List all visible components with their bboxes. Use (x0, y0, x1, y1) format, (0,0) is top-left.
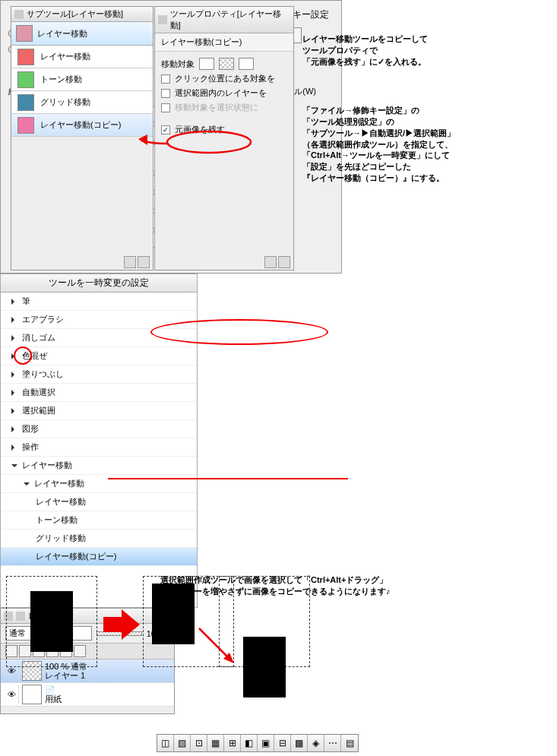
tree-item-label: トーン移動 (36, 514, 78, 526)
tree-item[interactable]: レイヤー移動 (1, 457, 197, 475)
delete-subtool-icon[interactable] (138, 256, 150, 268)
subtool-item-grid-move[interactable]: グリッド移動 (11, 91, 153, 114)
target-option-2-icon[interactable] (219, 58, 234, 70)
tree-panel-title: ツールを一時変更の設定 (1, 274, 197, 293)
tree-item[interactable]: 操作 (1, 438, 197, 457)
tree-item-label: エアブラシ (22, 314, 64, 325)
tree-item[interactable]: 消しゴム (1, 329, 197, 347)
tree-item-label: レイヤー移動 (36, 496, 86, 508)
selection-tool-button[interactable]: ▦ (207, 735, 224, 751)
tree-item[interactable]: 筆 (1, 293, 197, 311)
tree-item-label: レイヤー移動(コピー) (36, 551, 116, 562)
tree-item[interactable]: トーン移動 (1, 511, 197, 530)
selection-tool-button[interactable]: ▤ (341, 735, 358, 751)
subtool-item-tone-move[interactable]: トーン移動 (11, 68, 153, 91)
chevron-right-icon[interactable] (11, 443, 19, 452)
layer-move-copy-subtool-icon (17, 117, 34, 134)
chevron-right-icon[interactable] (11, 334, 19, 343)
appendix-illustration (6, 576, 310, 720)
subtool-item-label: トーン移動 (40, 74, 82, 85)
tone-move-subtool-icon (17, 71, 34, 88)
layer-move-icon (16, 25, 33, 42)
tree-item-label: レイヤー移動 (22, 460, 72, 471)
tree-item-label: 色混ぜ (22, 350, 47, 362)
chevron-right-icon[interactable] (11, 406, 19, 416)
tree-item[interactable]: 塗りつぶし (1, 365, 197, 384)
tree-item-label: 自動選択 (22, 387, 55, 398)
selection-tool-button[interactable]: ▣ (258, 735, 274, 751)
chevron-right-icon[interactable] (11, 425, 19, 434)
checkbox-icon[interactable] (161, 74, 170, 84)
selection-tool-button[interactable]: ◧ (241, 735, 258, 751)
annotation-1: レイヤー移動ツールをコピーして ツールプロパティで 「元画像を残す」に✓を入れる… (302, 33, 428, 68)
move-target-row: 移動対象 (161, 56, 287, 71)
tree-item[interactable]: 色混ぜ (1, 347, 197, 365)
subtool-group-tab[interactable]: レイヤー移動 (11, 22, 153, 46)
selection-tool-button[interactable]: ⋯ (324, 735, 341, 751)
tree-item-label: 選択範囲 (22, 405, 55, 416)
selection-tool-button[interactable]: ⊟ (274, 735, 291, 751)
subtool-footer (124, 256, 150, 268)
tree-item-label: 消しゴム (22, 332, 55, 343)
opt-keep-original[interactable]: ✓ 元画像を残す (161, 122, 287, 137)
tree-body[interactable]: 筆エアブラシ消しゴム色混ぜ塗りつぶし自動選択選択範囲図形操作レイヤー移動レイヤー… (1, 293, 197, 566)
target-option-3-icon[interactable] (239, 58, 254, 70)
subtool-group-label: レイヤー移動 (37, 28, 87, 40)
chevron-right-icon[interactable] (11, 370, 19, 379)
black-rect-2 (152, 584, 195, 644)
selection-tool-button[interactable]: ⊞ (224, 735, 241, 751)
tree-item[interactable]: グリッド移動 (1, 530, 197, 548)
subtool-header-title: サブツール[レイヤー移動] (27, 8, 123, 20)
property-menu-icon[interactable] (264, 256, 277, 268)
selection-tool-button[interactable]: ◫ (157, 735, 174, 751)
layer-move-subtool-icon (17, 49, 34, 65)
selection-tool-button[interactable]: ▩ (291, 735, 308, 751)
subtool-panel: サブツール[レイヤー移動] レイヤー移動 レイヤー移動 トーン移動 グリッド移動… (11, 6, 153, 270)
wrench-icon[interactable] (278, 256, 290, 268)
checkbox-icon (161, 103, 170, 112)
subtool-item-label: グリッド移動 (40, 96, 90, 108)
property-footer (264, 256, 290, 268)
checkbox-icon[interactable]: ✓ (161, 125, 170, 134)
chevron-down-icon[interactable] (11, 461, 19, 470)
subtool-item-layer-move-copy[interactable]: レイヤー移動(コピー) (11, 114, 153, 137)
subtool-item-label: レイヤー移動 (40, 51, 90, 62)
subtool-header: サブツール[レイヤー移動] (11, 7, 153, 22)
property-header-title: ツールプロパティ[レイヤー移動] (170, 8, 290, 31)
tree-item[interactable]: レイヤー移動(コピー) (1, 548, 197, 566)
black-rect-3 (243, 637, 286, 697)
opt-click-position[interactable]: クリック位置にある対象を (161, 71, 287, 86)
subtool-item-layer-move[interactable]: レイヤー移動 (11, 46, 153, 68)
opt-selection-layers[interactable]: 選択範囲内のレイヤーを (161, 86, 287, 100)
tree-item[interactable]: 図形 (1, 420, 197, 438)
annotation-underline (108, 478, 348, 479)
chevron-right-icon[interactable] (11, 297, 19, 306)
tree-item[interactable]: エアブラシ (1, 311, 197, 329)
chevron-right-icon[interactable] (11, 315, 19, 324)
opt-label: 選択範囲内のレイヤーを (175, 87, 267, 99)
chevron-down-icon[interactable] (24, 479, 31, 489)
tree-item[interactable]: 自動選択 (1, 384, 197, 402)
chevron-right-icon[interactable] (11, 388, 19, 397)
selection-tool-button[interactable]: ⊡ (191, 735, 207, 751)
checkbox-icon[interactable] (161, 89, 170, 98)
tree-item-label: 操作 (22, 441, 39, 453)
opt-label: クリック位置にある対象を (175, 73, 275, 84)
chevron-right-icon[interactable] (11, 352, 19, 361)
opt-label: 移動対象を選択状態に (175, 102, 258, 113)
move-target-label: 移動対象 (161, 59, 195, 70)
tool-property-panel: ツールプロパティ[レイヤー移動] レイヤー移動(コピー) 移動対象 クリック位置… (154, 6, 294, 270)
new-subtool-icon[interactable] (124, 256, 136, 268)
selection-floating-toolbar: ◫▨⊡▦⊞◧▣⊟▩◈⋯▤ (157, 734, 359, 752)
selection-tool-button[interactable]: ▨ (174, 735, 191, 751)
selection-tool-button[interactable]: ◈ (308, 735, 324, 751)
grid-move-subtool-icon (17, 94, 34, 111)
opt-label: 元画像を残す (175, 124, 225, 135)
annotation-2: 「ファイル→修飾キー設定」の 「ツール処理別設定」の 「サブツール→▶自動選択/… (302, 105, 455, 184)
tree-item[interactable]: 選択範囲 (1, 402, 197, 420)
red-arrow-right-icon (103, 609, 140, 640)
tree-item-label: レイヤー移動 (34, 478, 84, 489)
temp-tool-change-panel: ツールを一時変更の設定 筆エアブラシ消しゴム色混ぜ塗りつぶし自動選択選択範囲図形… (0, 274, 198, 608)
tree-item[interactable]: レイヤー移動 (1, 493, 197, 511)
target-option-1-icon[interactable] (199, 58, 214, 70)
